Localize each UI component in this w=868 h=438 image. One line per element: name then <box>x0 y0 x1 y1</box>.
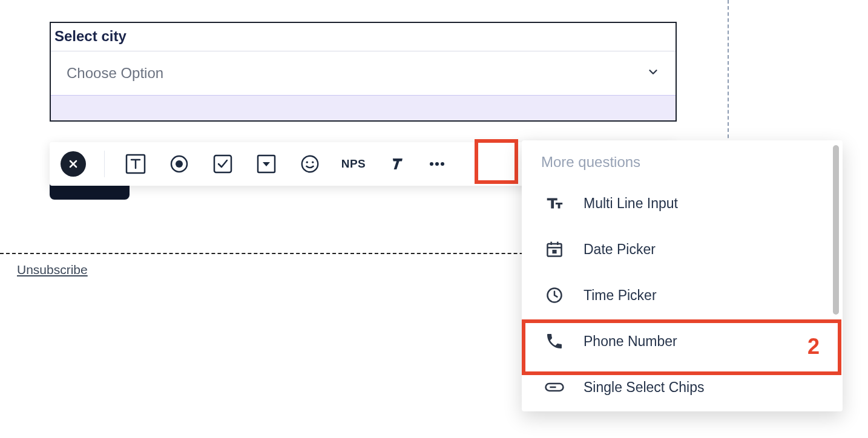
field-label: Select city <box>51 23 676 51</box>
svg-rect-5 <box>214 155 231 172</box>
callout-number-2: 2 <box>807 334 820 359</box>
chevron-down-icon <box>646 65 660 81</box>
svg-point-4 <box>176 160 183 168</box>
nps-icon[interactable]: NPS <box>341 151 366 177</box>
dropdown-item-label: Phone Number <box>584 333 677 350</box>
text-input-icon[interactable] <box>123 151 148 177</box>
toolbar-divider <box>104 151 105 177</box>
svg-point-7 <box>302 156 318 172</box>
dropdown-item-multiline[interactable]: Multi Line Input <box>522 180 843 226</box>
form-field-block[interactable]: Select city Choose Option <box>50 22 677 122</box>
svg-point-8 <box>306 161 308 163</box>
clock-icon <box>544 284 565 306</box>
dropdown-item-timepicker[interactable]: Time Picker <box>522 272 843 318</box>
dropdown-item-phone[interactable]: Phone Number <box>522 318 843 364</box>
dropdown-field-icon[interactable] <box>254 151 279 177</box>
dropdown-item-label: Single Select Chips <box>584 379 704 396</box>
smiley-icon[interactable] <box>297 151 323 177</box>
phone-icon <box>544 330 565 352</box>
select-placeholder: Choose Option <box>67 65 163 82</box>
calendar-icon <box>544 238 565 260</box>
dropdown-item-label: Date Picker <box>584 241 656 258</box>
dropdown-item-label: Multi Line Input <box>584 195 678 212</box>
svg-point-11 <box>435 162 439 166</box>
svg-rect-17 <box>552 250 556 253</box>
formatted-text-icon[interactable] <box>384 151 410 177</box>
dropdown-scrollbar[interactable] <box>833 145 839 315</box>
select-dropdown[interactable]: Choose Option <box>64 59 662 95</box>
unsubscribe-link[interactable]: Unsubscribe <box>17 263 88 277</box>
dropdown-item-datepicker[interactable]: Date Picker <box>522 226 843 272</box>
close-button[interactable] <box>61 151 86 177</box>
checkbox-icon[interactable] <box>210 151 235 177</box>
svg-point-12 <box>441 162 444 166</box>
chip-icon <box>544 376 565 398</box>
more-options-icon[interactable] <box>424 151 450 177</box>
svg-point-10 <box>430 162 433 166</box>
dropdown-item-chips[interactable]: Single Select Chips <box>522 364 843 410</box>
dropdown-header: More questions <box>524 140 843 180</box>
nps-label: NPS <box>341 157 366 171</box>
select-area: Choose Option <box>51 51 676 95</box>
dropdown-item-label: Time Picker <box>584 287 657 304</box>
radio-icon[interactable] <box>166 151 192 177</box>
svg-point-9 <box>312 161 314 163</box>
selection-strip <box>51 95 676 120</box>
more-questions-dropdown: More questions Multi Line Input Date Pic… <box>522 140 843 411</box>
text-size-icon <box>544 192 565 214</box>
